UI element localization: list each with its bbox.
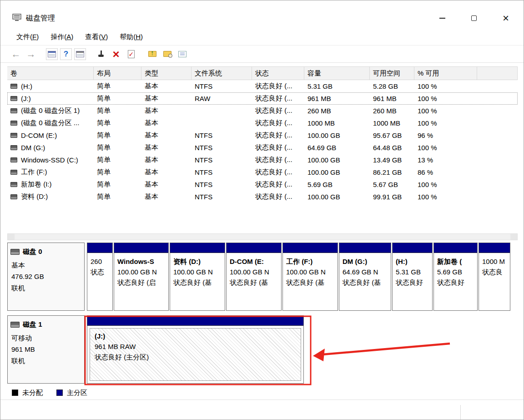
volume-capacity: 64.69 GB xyxy=(304,144,370,152)
volume-name-cell: (磁盘 0 磁盘分区 ... xyxy=(7,119,94,127)
volume-name-cell: (J:) xyxy=(7,95,94,102)
volume-row[interactable]: DM (G:)简单基本NTFS状态良好 (...64.69 GB64.48 GB… xyxy=(7,142,518,154)
disk-detail: 联机 xyxy=(10,282,82,293)
close-button[interactable]: × xyxy=(495,10,516,26)
minimize-button[interactable] xyxy=(432,10,453,26)
volume-capacity: 5.69 GB xyxy=(304,181,370,188)
volume-layout: 简单 xyxy=(94,180,141,189)
volume-layout: 简单 xyxy=(94,156,141,164)
partition[interactable]: (J:)961 MB RAW状态良好 (主分区) xyxy=(87,315,304,384)
partition-line: 100.00 GB N xyxy=(286,267,336,277)
volume-capacity: 961 MB xyxy=(304,95,370,102)
partition-type-bar xyxy=(227,243,281,253)
partition[interactable]: 工作 (F:)100.00 GB N状态良好 (基 xyxy=(282,243,338,311)
partition[interactable]: 260状态 xyxy=(87,243,113,311)
detail-view-button[interactable] xyxy=(74,48,86,60)
commit-changes-button[interactable] xyxy=(125,48,137,61)
disk-info-panel[interactable]: 磁盘 1可移动961 MB联机 xyxy=(7,315,85,384)
volume-percent_free: 100 % xyxy=(414,82,477,90)
volume-percent_free: 13 % xyxy=(414,156,477,164)
volume-name-cell: D-COM (E:) xyxy=(7,132,94,139)
volume-type: 基本 xyxy=(141,119,191,127)
partition-type-bar xyxy=(114,243,168,253)
volume-row[interactable]: (磁盘 0 磁盘分区 ...简单基本状态良好 (...1000 MB1000 M… xyxy=(7,117,518,129)
volume-filesystem: NTFS xyxy=(191,82,252,90)
back-button[interactable]: ← xyxy=(10,48,22,61)
volume-row[interactable]: (磁盘 0 磁盘分区 1)简单基本状态良好 (...260 MB260 MB10… xyxy=(7,105,518,117)
column-header-2[interactable]: 布局 xyxy=(94,67,141,80)
forward-button[interactable]: → xyxy=(25,48,37,61)
disk-row-1: 磁盘 1可移动961 MB联机(J:)961 MB RAW状态良好 (主分区) xyxy=(7,315,305,384)
partition[interactable]: 新加卷 (5.69 GB状态良好 xyxy=(433,243,478,311)
maximize-button[interactable] xyxy=(464,10,484,26)
search-folder-icon xyxy=(163,51,171,57)
volume-row[interactable]: 工作 (F:)简单基本NTFS状态良好 (...100.00 GB86.21 G… xyxy=(7,166,518,178)
volume-row[interactable]: D-COM (E:)简单基本NTFS状态良好 (...100.00 GB95.6… xyxy=(7,129,518,142)
volume-name-cell: Windows-SSD (C:) xyxy=(7,156,94,164)
console-tree-button[interactable] xyxy=(46,48,58,60)
volume-row[interactable]: Windows-SSD (C:)简单基本NTFS状态良好 (...100.00 … xyxy=(7,154,518,166)
partition[interactable]: (H:)5.31 GB状态良好 xyxy=(392,243,433,311)
volume-layout: 简单 xyxy=(94,106,141,115)
column-header-7[interactable]: 可用空间 xyxy=(370,67,414,80)
volume-row[interactable]: (J:)简单基本RAW状态良好 (...961 MB961 MB100 % xyxy=(7,92,518,105)
partition-line: 64.69 GB N xyxy=(343,267,389,277)
partition-body: 工作 (F:)100.00 GB N状态良好 (基 xyxy=(283,253,338,310)
disk-row-0: 磁盘 0基本476.92 GB联机260状态Windows-S100.00 GB… xyxy=(7,243,511,311)
volume-list-header: 卷布局类型文件系统状态容量可用空间% 可用 xyxy=(7,66,518,80)
menu-item-2[interactable]: 操作(A) xyxy=(45,30,79,44)
partition-line: 状态良好 (启 xyxy=(117,277,167,288)
column-header-4[interactable]: 文件系统 xyxy=(191,67,252,80)
partition[interactable]: D-COM (E:100.00 GB N状态良好 (基 xyxy=(226,243,282,311)
list-view-icon xyxy=(48,51,56,57)
upload-folder-icon xyxy=(148,51,156,57)
disk-info-panel[interactable]: 磁盘 0基本476.92 GB联机 xyxy=(7,243,85,311)
volume-free: 13.49 GB xyxy=(370,156,414,164)
volume-row[interactable]: 资料 (D:)简单基本NTFS状态良好 (...100.00 GB99.91 G… xyxy=(7,191,518,203)
legend: 未分配主分区 xyxy=(12,388,87,398)
volume-type: 基本 xyxy=(141,94,191,103)
titlebar: 磁盘管理 × xyxy=(0,0,524,29)
volume-row[interactable]: (H:)简单基本NTFS状态良好 (...5.31 GB5.28 GB100 % xyxy=(7,80,518,92)
column-header-1[interactable]: 卷 xyxy=(7,67,94,80)
volume-status: 状态良好 (... xyxy=(252,94,304,103)
volume-label: (磁盘 0 磁盘分区 1) xyxy=(21,106,80,115)
help-button[interactable]: ? xyxy=(60,48,72,60)
toolbar: ← → ? × xyxy=(0,46,524,63)
column-header-5[interactable]: 状态 xyxy=(252,67,304,80)
menu-item-1[interactable]: 文件(F) xyxy=(10,30,45,44)
partition-title: (J:) xyxy=(95,331,299,341)
volume-name-cell: 工作 (F:) xyxy=(7,168,94,177)
volume-free: 961 MB xyxy=(370,95,414,102)
partition[interactable]: 资料 (D:)100.00 GB N状态良好 (基 xyxy=(170,243,225,311)
delete-volume-button[interactable]: × xyxy=(110,48,122,61)
partition[interactable]: 1000 M状态良 xyxy=(479,243,510,311)
column-header-6[interactable]: 容量 xyxy=(304,67,370,80)
volume-name-cell: DM (G:) xyxy=(7,144,94,152)
properties-button[interactable] xyxy=(176,48,189,61)
column-header-3[interactable]: 类型 xyxy=(141,67,191,80)
volume-type: 基本 xyxy=(141,180,191,189)
volume-layout: 简单 xyxy=(94,143,141,152)
volume-percent_free: 100 % xyxy=(414,144,477,152)
menu-item-4[interactable]: 帮助(H) xyxy=(114,30,149,44)
volume-row[interactable]: 新加卷 (I:)简单基本NTFS状态良好 (...5.69 GB5.67 GB1… xyxy=(7,178,518,191)
volume-name-cell: 新加卷 (I:) xyxy=(7,180,94,189)
open-folder-button[interactable] xyxy=(146,48,159,61)
volume-icon xyxy=(10,194,17,199)
volume-status: 状态良好 (... xyxy=(252,119,304,127)
partition-body: Windows-S100.00 GB N状态良好 (启 xyxy=(114,253,168,310)
horizontal-scrollbar[interactable] xyxy=(7,233,518,240)
action-tool-button[interactable] xyxy=(95,48,107,61)
menu-item-3[interactable]: 查看(V) xyxy=(79,30,114,44)
partition[interactable]: DM (G:)64.69 GB N状态良好 (基 xyxy=(339,243,391,311)
partition[interactable]: Windows-S100.00 GB N状态良好 (启 xyxy=(114,243,169,311)
volume-free: 260 MB xyxy=(370,107,414,115)
explore-button[interactable] xyxy=(161,48,174,61)
volume-status: 状态良好 (... xyxy=(252,143,304,152)
volume-free: 86.21 GB xyxy=(370,168,414,176)
properties-form-icon xyxy=(178,51,186,57)
back-icon: ← xyxy=(11,49,21,59)
column-header-8[interactable]: % 可用 xyxy=(414,67,477,80)
volume-filesystem: NTFS xyxy=(191,156,252,164)
